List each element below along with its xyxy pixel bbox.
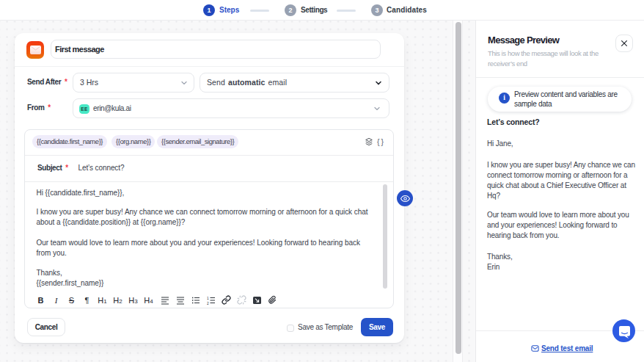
svg-text:2: 2 bbox=[207, 302, 209, 305]
svg-text:1: 1 bbox=[207, 297, 209, 300]
